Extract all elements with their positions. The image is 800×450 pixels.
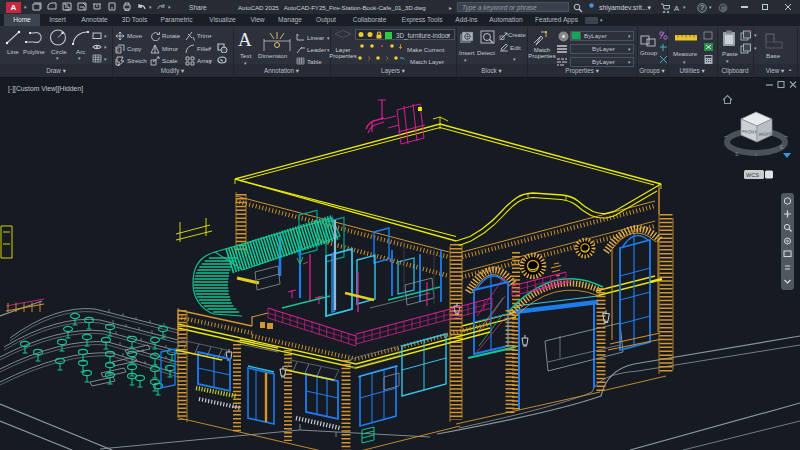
svg-text:?: ?	[700, 4, 704, 11]
svg-text:[-][Custom View][Hidden]: [-][Custom View][Hidden]	[8, 85, 83, 93]
svg-text:RIGHT: RIGHT	[759, 131, 773, 137]
svg-text:FRONT: FRONT	[742, 129, 757, 135]
svg-text:WCS: WCS	[746, 172, 759, 178]
svg-text:0: 0	[116, 47, 119, 53]
